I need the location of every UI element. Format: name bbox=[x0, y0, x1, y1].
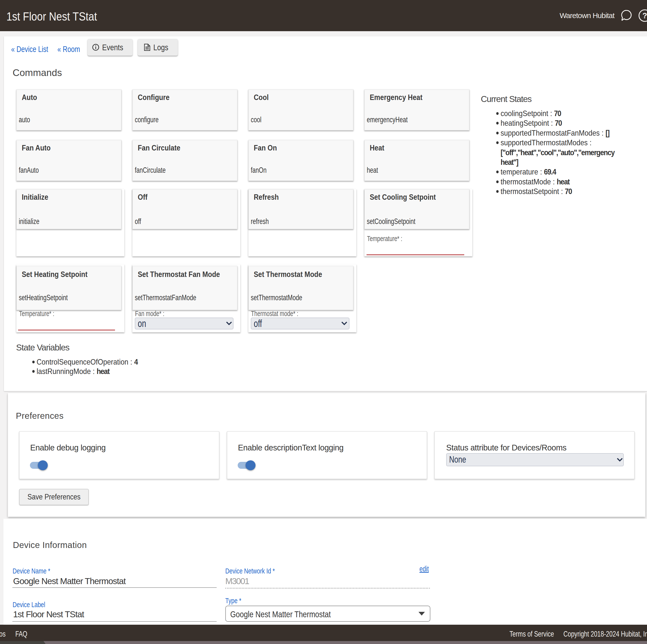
svg-text:?: ? bbox=[643, 11, 647, 20]
